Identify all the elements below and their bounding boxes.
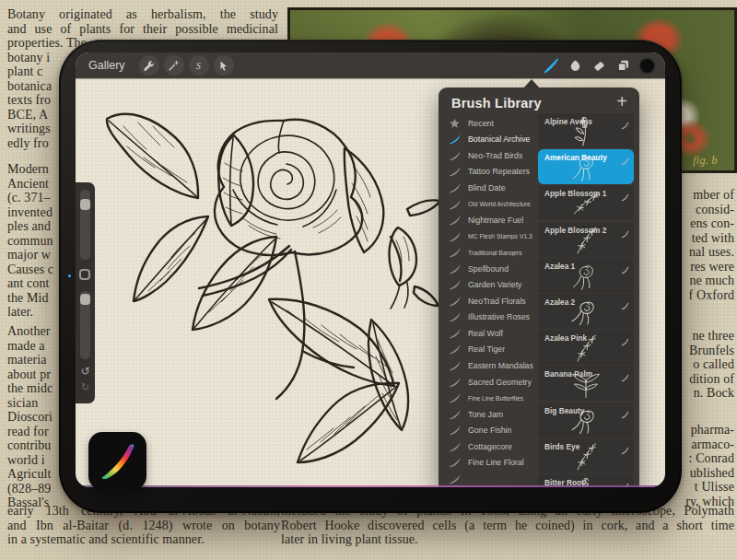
brush-icon[interactable] <box>539 52 563 78</box>
redo-icon[interactable]: ↻ <box>76 381 95 393</box>
opacity-handle[interactable] <box>80 294 90 305</box>
selection-icon[interactable]: S <box>189 55 209 76</box>
brush-set-fine-line-floral[interactable]: Fine Line Floral <box>439 455 538 472</box>
brush-banana-palm[interactable]: Banana Palm <box>538 366 634 401</box>
brush-set-neo-trad-birds[interactable]: Neo-Trad Birds <box>439 147 538 164</box>
sidebar: ↺ ↻ <box>76 182 95 403</box>
gallery-button[interactable]: Gallery <box>88 59 125 72</box>
doc-line: nal uses. <box>675 245 734 260</box>
doc-line: armaco- <box>675 438 734 452</box>
brush-size-handle[interactable] <box>80 199 90 210</box>
brush-set-swoosh-icon <box>449 457 462 468</box>
doc-line: Botany originated as herbalism, the stud… <box>7 7 278 22</box>
brush-set-recent[interactable]: Recent <box>439 115 538 132</box>
brush-stamp-preview <box>553 151 619 188</box>
brush-set-swoosh-icon <box>449 247 462 258</box>
brush-set-label: Recent <box>468 119 494 128</box>
recent-star-icon <box>449 118 462 129</box>
brush-set-cottagecore[interactable]: Cottagecore <box>439 438 538 455</box>
eraser-icon[interactable] <box>587 52 611 78</box>
brush-set-label: Gone Fishin <box>468 426 511 435</box>
doc-line: later in living plant tissue. <box>281 532 734 547</box>
panel-title: Brush Library <box>451 96 542 111</box>
brush-birds-eye[interactable]: Birds Eye <box>538 438 634 473</box>
signature-icon <box>621 226 629 242</box>
brush-set-real-tiger[interactable]: Real Tiger <box>439 342 538 358</box>
brush-set-sacred-geometry[interactable]: Sacred Geometry <box>439 374 538 391</box>
brush-set-traditional-bangers[interactable]: Traditional Bangers <box>439 244 538 261</box>
brush-bitter-root[interactable]: Bitter Root <box>538 474 634 487</box>
brush-set-swoosh-icon <box>449 166 462 177</box>
brush-set-garden-variety[interactable]: Garden Variety <box>439 277 538 294</box>
right-tool-group <box>539 52 665 78</box>
brush-set-gone-fishin[interactable]: Gone Fishin <box>439 422 538 438</box>
wrench-icon[interactable] <box>139 55 159 76</box>
color-swatch[interactable] <box>638 57 656 75</box>
transform-icon[interactable] <box>214 55 234 76</box>
brush-set-mc-flesh-stamps-v1-3[interactable]: MC Flesh Stamps V1.3 <box>439 228 538 245</box>
brush-set-neotrad-florals[interactable]: NeoTrad Florals <box>439 293 538 309</box>
brush-azalea-2[interactable]: Azalea 2 <box>538 294 634 329</box>
brush-set-tattoo-repeaters[interactable]: Tattoo Repeaters <box>439 164 538 181</box>
signature-icon <box>621 369 629 386</box>
brush-set-fine-line-butterflies[interactable]: Fine Line Butterflies <box>439 390 538 406</box>
brush-set-label: Fine Line Butterflies <box>468 395 523 402</box>
brush-azalea-1[interactable]: Azalea 1 <box>538 258 634 293</box>
doc-line: and use of plants for their possible med… <box>7 22 278 37</box>
brush-apple-blossom-2[interactable]: Apple Blossom 2 <box>538 222 634 257</box>
undo-icon[interactable]: ↺ <box>76 365 95 378</box>
doc-line: and Ibn al-Baitar (d. 1248) wrote on bot… <box>7 519 280 533</box>
modify-button[interactable] <box>79 269 90 280</box>
brush-set-illustrative-roses[interactable]: Illustrative Roses <box>439 309 538 326</box>
brush-set-tone-jam[interactable]: Tone Jam <box>439 406 538 423</box>
brush-set-label: NeoTrad Florals <box>468 297 526 306</box>
brush-size-slider[interactable] <box>80 190 90 260</box>
left-tool-group: S <box>135 55 234 76</box>
brush-set-swoosh-icon <box>449 231 462 242</box>
doc-line: mber of <box>675 188 734 203</box>
brush-set-swoosh-icon <box>449 441 462 452</box>
brush-set-real-wolf[interactable]: Real Wolf <box>439 325 538 342</box>
brush-alpine-avens[interactable]: Alpine Avens <box>538 113 634 148</box>
brush-set-spellbound[interactable]: Spellbound <box>439 261 538 277</box>
brush-library-panel: Brush Library + RecentBotanical ArchiveN… <box>439 88 639 487</box>
brush-set-label: Sacred Geometry <box>468 378 532 387</box>
ipad-device: Gallery S ↺ ↻ Brush Library + RecentBota… <box>59 40 682 513</box>
brush-set-swoosh-icon <box>449 296 462 307</box>
brush-stamp-preview <box>553 368 619 404</box>
brush-set-nightmare-fuel[interactable]: Nightmare Fuel <box>439 212 538 228</box>
brush-set-blind-date[interactable]: Blind Date <box>439 180 538 196</box>
brush-big-beauty[interactable]: Big Beauty <box>538 402 634 438</box>
brush-set-label: Botanical Archive <box>468 134 530 144</box>
brush-stamp-preview <box>553 260 619 297</box>
brush-set-label: Tone Jam <box>468 410 503 419</box>
brush-set-label: Fine Line Floral <box>468 458 524 467</box>
adjustments-icon[interactable] <box>164 55 184 76</box>
brush-stamp-preview <box>553 332 619 368</box>
doc-line: res were <box>675 260 734 274</box>
brush-american-beauty[interactable]: American Beauty <box>538 149 634 184</box>
brush-apple-blossom-1[interactable]: Apple Blossom 1 <box>538 185 634 220</box>
brush-set-partial[interactable] <box>439 471 538 487</box>
brush-set-label: Real Tiger <box>468 344 505 354</box>
brush-set-label: Old World Architecture <box>468 201 531 207</box>
procreate-screen[interactable]: Gallery S ↺ ↻ Brush Library + RecentBota… <box>76 52 665 487</box>
top-toolbar: Gallery S <box>76 52 665 78</box>
opacity-slider[interactable] <box>80 291 90 359</box>
brush-azalea-pink[interactable]: Azalea Pink <box>538 330 634 365</box>
smudge-icon[interactable] <box>563 52 587 78</box>
signature-icon <box>621 478 629 487</box>
brush-set-botanical-archive[interactable]: Botanical Archive <box>439 132 538 148</box>
brush-set-eastern-mandalas[interactable]: Eastern Mandalas <box>439 357 538 374</box>
doc-right-block1: mber ofconsid-ens con-ted withnal uses.r… <box>675 188 734 302</box>
signature-icon <box>621 262 629 278</box>
signature-icon <box>621 333 629 350</box>
doc-line: Brunfels <box>675 344 734 358</box>
brush-set-swoosh-icon <box>449 473 462 484</box>
doc-line: ted with <box>675 231 734 246</box>
brush-set-swoosh-icon <box>449 263 462 274</box>
layers-icon[interactable] <box>611 52 635 78</box>
brush-set-swoosh-icon <box>449 377 462 388</box>
doc-line: n. Bock <box>675 386 734 401</box>
brush-set-old-world-architecture[interactable]: Old World Architecture <box>439 196 538 213</box>
